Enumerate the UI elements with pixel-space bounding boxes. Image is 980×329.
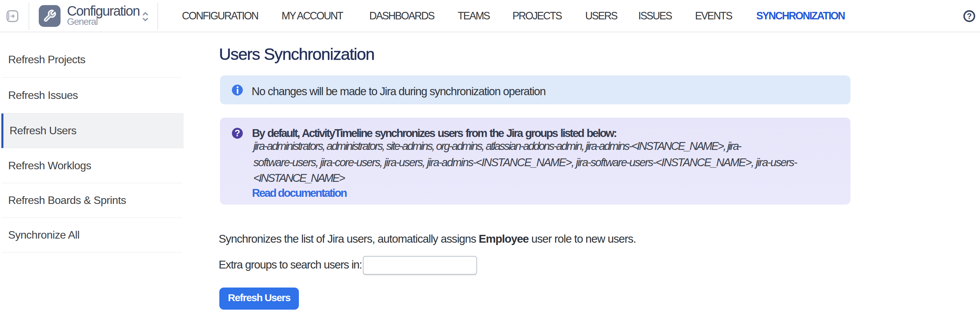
svg-text:?: ? xyxy=(235,128,240,138)
svg-text:?: ? xyxy=(967,12,972,21)
